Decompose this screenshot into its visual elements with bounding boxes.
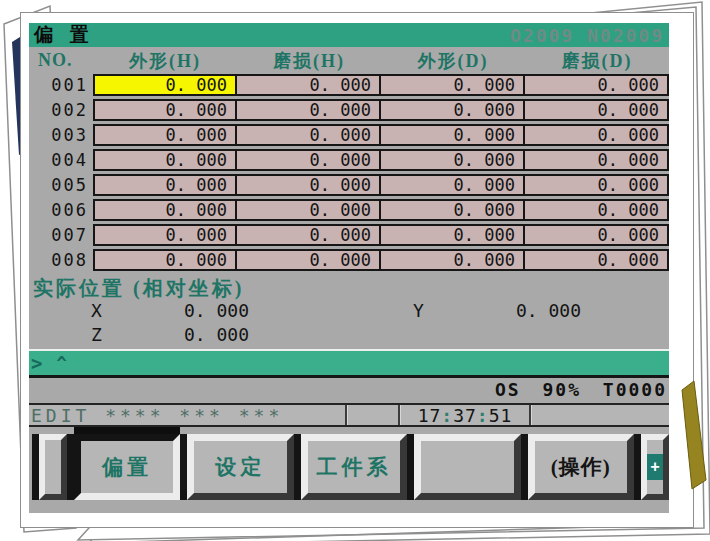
offset-cell[interactable]: 0. 000 [93,174,237,196]
offset-cell[interactable]: 0. 000 [381,74,525,96]
column-header-geom-h: 外形(H) [93,49,237,73]
offset-cell[interactable]: 0. 000 [237,99,381,121]
axis-z-label: Z [91,324,102,345]
mode-status: EDIT **** *** *** [29,405,345,426]
offset-cell[interactable]: 0. 000 [93,249,237,271]
offset-table: 001 0. 000 0. 000 0. 000 0. 000 002 0. 0… [29,74,669,274]
table-row: 006 0. 000 0. 000 0. 000 0. 000 [29,199,669,224]
offset-cell[interactable]: 0. 000 [237,249,381,271]
plus-icon: + [647,454,663,480]
offset-cell[interactable]: 0. 000 [381,124,525,146]
axis-z-value: 0. 000 [117,324,249,345]
row-number: 002 [29,99,93,121]
offset-cell[interactable]: 0. 000 [525,99,669,121]
row-number: 004 [29,149,93,171]
offset-cell[interactable]: 0. 000 [381,224,525,246]
offset-cell-cursor[interactable]: 0. 000 [93,74,237,96]
mdi-input-line[interactable]: > ^ [29,349,669,378]
offset-cell[interactable]: 0. 000 [237,174,381,196]
offset-cell[interactable]: 0. 000 [93,99,237,121]
offset-cell[interactable]: 0. 000 [93,149,237,171]
offset-cell[interactable]: 0. 000 [525,124,669,146]
table-row: 001 0. 000 0. 000 0. 000 0. 000 [29,74,669,99]
cnc-screen: 偏 置 O2009 N02009 NO. 外形(H) 磨损(H) 外形(D) 磨… [29,23,669,513]
axis-x-label: X [91,300,102,321]
override-tool-status: OS 90% T0000 [495,379,667,400]
clock: 17:37:51 [401,405,529,426]
actual-position-label: 实际位置 (相对坐标) [33,275,244,302]
axis-x-value: 0. 000 [117,300,249,321]
offset-cell[interactable]: 0. 000 [525,224,669,246]
offset-cell[interactable]: 0. 000 [237,74,381,96]
softkey-blank[interactable] [414,434,520,500]
axis-y-label: Y [413,300,424,321]
column-header-wear-d: 磨损(D) [525,49,669,73]
row-number: 007 [29,224,93,246]
table-row: 008 0. 000 0. 000 0. 000 0. 000 [29,249,669,274]
offset-cell[interactable]: 0. 000 [237,199,381,221]
softkey-setting[interactable]: 设定 [187,434,293,500]
softkey-left-arrow[interactable] [39,434,67,500]
offset-cell[interactable]: 0. 000 [237,149,381,171]
axis-line-xy: X 0. 000 Y 0. 000 [29,300,669,322]
page-title: 偏 置 [34,23,95,48]
table-row: 007 0. 000 0. 000 0. 000 0. 000 [29,224,669,249]
program-number: O2009 N02009 [510,25,664,46]
input-cursor: ^ [56,353,66,373]
offset-cell[interactable]: 0. 000 [525,74,669,96]
softkey-offset[interactable]: 偏置 [74,434,180,500]
row-number: 005 [29,174,93,196]
axis-y-value: 0. 000 [449,300,581,321]
offset-cell[interactable]: 0. 000 [93,224,237,246]
softkey-operation[interactable]: (操作) [528,434,634,500]
row-number: 003 [29,124,93,146]
offset-cell[interactable]: 0. 000 [237,124,381,146]
row-number: 008 [29,249,93,271]
row-number: 001 [29,74,93,96]
title-bar: 偏 置 O2009 N02009 [29,23,669,47]
offset-cell[interactable]: 0. 000 [525,249,669,271]
offset-cell[interactable]: 0. 000 [381,99,525,121]
table-header: NO. 外形(H) 磨损(H) 外形(D) 磨损(D) [29,48,669,73]
column-header-no: NO. [29,50,93,71]
offset-cell[interactable]: 0. 000 [381,149,525,171]
column-header-geom-d: 外形(D) [381,49,525,73]
softkey-work-coord[interactable]: 工件系 [301,434,407,500]
input-prompt: > [29,352,42,374]
softkey-more[interactable]: + [641,434,669,500]
offset-cell[interactable]: 0. 000 [381,249,525,271]
status-separator [529,405,532,425]
offset-cell[interactable]: 0. 000 [525,199,669,221]
offset-cell[interactable]: 0. 000 [381,174,525,196]
status-separator [345,405,348,425]
table-row: 002 0. 000 0. 000 0. 000 0. 000 [29,99,669,124]
table-row: 003 0. 000 0. 000 0. 000 0. 000 [29,124,669,149]
offset-cell[interactable]: 0. 000 [93,124,237,146]
status-bar: EDIT **** *** *** 17:37:51 [29,403,669,427]
column-header-wear-h: 磨损(H) [237,49,381,73]
table-row: 004 0. 000 0. 000 0. 000 0. 000 [29,149,669,174]
row-number: 006 [29,199,93,221]
table-row: 005 0. 000 0. 000 0. 000 0. 000 [29,174,669,199]
offset-cell[interactable]: 0. 000 [93,199,237,221]
softkey-bar: 偏置 设定 工件系 (操作) + [29,427,669,513]
axis-line-z: Z 0. 000 [29,324,669,346]
offset-cell[interactable]: 0. 000 [525,174,669,196]
offset-cell[interactable]: 0. 000 [525,149,669,171]
offset-cell[interactable]: 0. 000 [381,199,525,221]
offset-cell[interactable]: 0. 000 [237,224,381,246]
cnc-display-page: 偏 置 O2009 N02009 NO. 外形(H) 磨损(H) 外形(D) 磨… [20,12,694,528]
